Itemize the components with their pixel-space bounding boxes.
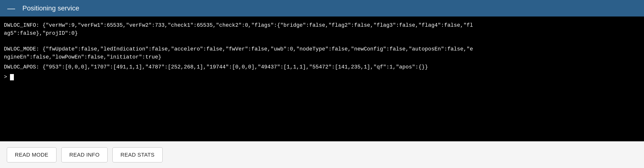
read-mode-button[interactable]: READ MODE xyxy=(7,147,56,163)
read-info-button[interactable]: READ INFO xyxy=(61,147,108,163)
title-bar: — Positioning service xyxy=(0,0,644,16)
minimize-icon[interactable]: — xyxy=(7,4,15,12)
app-container: — Positioning service DWLOC_INFO: {"verH… xyxy=(0,0,644,168)
terminal-line-4: DWLOC_APOS: {"953":[0,0,0],"1707":[491,1… xyxy=(4,63,640,71)
read-stats-button[interactable]: READ STATS xyxy=(112,147,162,163)
terminal-line-3: DWLOC_MODE: {"fwUpdate":false,"ledIndica… xyxy=(4,45,640,61)
bottom-bar: READ MODE READ INFO READ STATS xyxy=(0,141,644,168)
prompt-symbol: > xyxy=(4,73,7,81)
terminal-prompt: > xyxy=(4,73,640,81)
terminal-line-1: DWLOC_INFO: {"verHw":9,"verFw1":65535,"v… xyxy=(4,21,640,37)
terminal-area: DWLOC_INFO: {"verHw":9,"verFw1":65535,"v… xyxy=(0,16,644,141)
terminal-cursor xyxy=(10,74,14,80)
terminal-line-2 xyxy=(4,39,640,43)
app-title: Positioning service xyxy=(22,4,79,12)
